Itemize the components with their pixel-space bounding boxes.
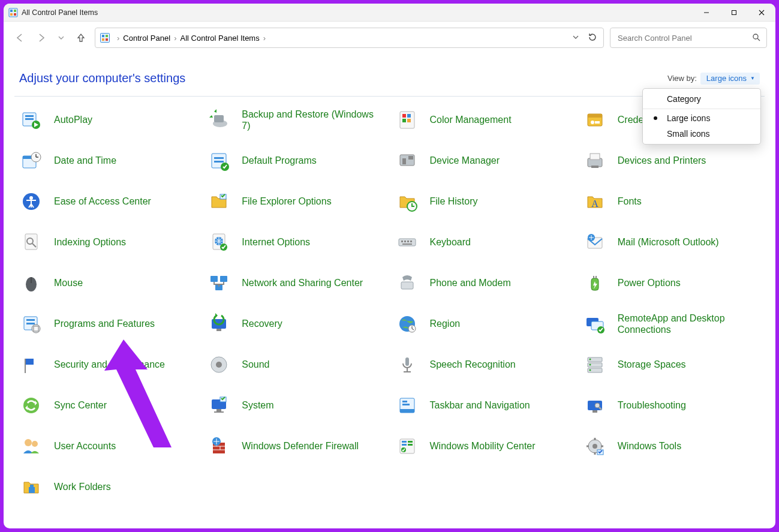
svg-point-14 — [753, 34, 758, 39]
control-panel-item[interactable]: AFonts — [583, 189, 768, 214]
taskbar-icon — [395, 393, 419, 417]
control-panel-window: All Control Panel Items — [4, 4, 775, 528]
network-icon — [207, 271, 231, 295]
control-panel-item[interactable]: Sync Center — [19, 393, 204, 418]
address-bar[interactable]: › Control Panel › All Control Panel Item… — [95, 28, 604, 48]
control-panel-item[interactable]: Taskbar and Navigation — [395, 393, 581, 418]
control-panel-item[interactable]: Power Options — [583, 270, 768, 296]
remoteapp-icon — [583, 312, 607, 336]
svg-rect-46 — [591, 166, 598, 168]
control-panel-item[interactable]: Network and Sharing Center — [207, 270, 392, 296]
control-panel-item-label: Color Management — [430, 114, 512, 125]
control-panel-item[interactable]: Windows Tools — [583, 434, 768, 459]
control-panel-item-label: Date and Time — [54, 155, 116, 166]
default-programs-icon — [207, 149, 231, 173]
refresh-button[interactable] — [588, 32, 597, 44]
control-panel-item[interactable]: Work Folders — [19, 474, 204, 500]
svg-rect-29 — [588, 114, 602, 118]
svg-rect-25 — [407, 114, 411, 118]
view-by-dropdown[interactable]: Large icons ▼ — [700, 73, 760, 85]
svg-rect-39 — [214, 161, 224, 163]
svg-point-103 — [589, 369, 591, 371]
svg-rect-42 — [402, 158, 406, 164]
control-panel-breadcrumb-icon — [99, 32, 111, 44]
view-by-option-large-icons[interactable]: Large icons — [643, 110, 760, 126]
file-explorer-options-icon — [207, 190, 231, 214]
control-panel-item[interactable]: Windows Defender Firewall — [207, 434, 392, 459]
control-panel-item-label: Devices and Printers — [618, 155, 706, 166]
control-panel-item[interactable]: Mail (Microsoft Outlook) — [583, 230, 768, 255]
control-panel-item[interactable]: Ease of Access Center — [19, 189, 204, 214]
svg-rect-63 — [402, 244, 412, 245]
mouse-icon — [19, 271, 43, 295]
svg-rect-114 — [402, 404, 410, 405]
breadcrumb-current[interactable]: All Control Panel Items — [180, 34, 259, 43]
view-by-value: Large icons — [706, 74, 747, 83]
control-panel-item[interactable]: Speech Recognition — [395, 352, 581, 377]
control-panel-item[interactable]: System — [207, 393, 392, 418]
control-panel-item[interactable]: AutoPlay — [19, 107, 204, 133]
control-panel-item[interactable]: File Explorer Options — [207, 189, 392, 214]
control-panel-item[interactable]: Default Programs — [207, 148, 392, 173]
svg-rect-116 — [592, 410, 597, 413]
close-button[interactable] — [748, 4, 775, 21]
autoplay-icon — [19, 108, 43, 132]
svg-rect-113 — [402, 401, 407, 402]
svg-rect-129 — [408, 441, 413, 443]
svg-rect-31 — [595, 121, 600, 124]
programs-features-icon — [19, 312, 43, 336]
control-panel-item[interactable]: Recovery — [207, 311, 392, 336]
control-panel-item-label: Windows Mobility Center — [430, 440, 536, 452]
control-panel-item-label: Power Options — [618, 277, 681, 288]
control-panel-item[interactable]: File History — [395, 189, 581, 214]
chevron-down-icon[interactable] — [572, 34, 579, 43]
ease-of-access-icon — [19, 190, 43, 214]
control-panel-item[interactable]: Devices and Printers — [583, 148, 768, 173]
control-panel-item[interactable]: Storage Spaces — [583, 352, 768, 377]
maximize-button[interactable] — [720, 4, 748, 21]
svg-point-30 — [591, 121, 594, 124]
control-panel-item[interactable]: Indexing Options — [19, 230, 204, 255]
control-panel-item[interactable]: Security and Maintenance — [19, 352, 204, 377]
control-panel-item-label: Region — [430, 318, 461, 329]
search-input[interactable] — [616, 33, 752, 43]
control-panel-item-label: Keyboard — [430, 236, 471, 248]
work-folders-icon — [19, 475, 43, 499]
region-icon — [395, 312, 419, 336]
window-title: All Control Panel Items — [22, 8, 98, 17]
control-panel-item[interactable]: Backup and Restore (Windows 7) — [207, 107, 392, 133]
control-panel-item[interactable]: Color Management — [395, 107, 581, 133]
svg-rect-61 — [407, 241, 409, 242]
search-box[interactable] — [610, 28, 767, 48]
control-panel-item[interactable]: Date and Time — [19, 148, 204, 173]
control-panel-item-label: Security and Maintenance — [54, 359, 165, 370]
nav-forward-button[interactable] — [36, 32, 47, 43]
control-panel-item[interactable]: RemoteApp and Desktop Connections — [583, 311, 768, 336]
svg-rect-18 — [25, 118, 34, 120]
control-panel-item-label: Programs and Features — [54, 318, 155, 329]
control-panel-item[interactable]: User Accounts — [19, 434, 204, 459]
control-panel-item[interactable]: Device Manager — [395, 148, 581, 173]
nav-up-button[interactable] — [76, 32, 86, 43]
control-panel-item[interactable]: Programs and Features — [19, 311, 204, 336]
control-panel-item[interactable]: Troubleshooting — [583, 393, 768, 418]
control-panel-item[interactable]: Region — [395, 311, 581, 336]
svg-rect-9 — [101, 34, 110, 43]
breadcrumb-root[interactable]: Control Panel — [123, 34, 170, 43]
control-panel-item[interactable]: Mouse — [19, 270, 204, 296]
minimize-button[interactable] — [693, 4, 720, 21]
indexing-options-icon — [19, 230, 43, 254]
search-icon[interactable] — [752, 33, 760, 43]
control-panel-item[interactable]: Phone and Modem — [395, 270, 581, 296]
svg-rect-130 — [408, 444, 413, 446]
control-panel-item[interactable]: Windows Mobility Center — [395, 434, 581, 459]
view-by-option-small-icons[interactable]: Small icons — [643, 126, 760, 142]
nav-recent-dropdown[interactable] — [58, 34, 65, 41]
control-panel-item[interactable]: Internet Options — [207, 230, 392, 255]
nav-back-button[interactable] — [14, 32, 25, 43]
view-by-option-category[interactable]: Category — [643, 91, 760, 109]
control-panel-item-label: Sound — [242, 359, 269, 370]
control-panel-item-label: Speech Recognition — [430, 359, 516, 370]
control-panel-item[interactable]: Sound — [207, 352, 392, 377]
control-panel-item[interactable]: Keyboard — [395, 230, 581, 255]
